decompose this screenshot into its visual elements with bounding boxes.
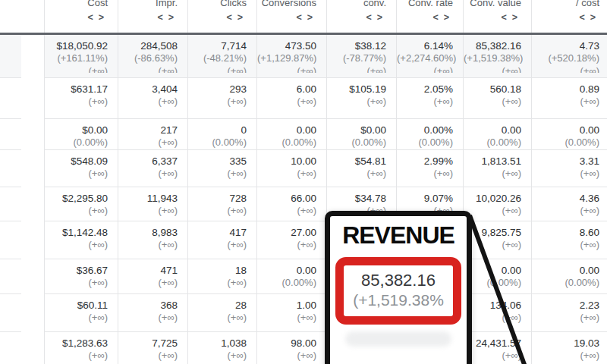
table-cell: $60.11(+∞) (44, 294, 118, 331)
metric-delta: (+∞) (45, 312, 108, 324)
metric-value: 1,813.51 (464, 155, 521, 168)
metric-delta: (+∞) (188, 312, 247, 324)
sort-next-icon[interactable]: > (307, 13, 313, 22)
metric-value: 6.14% (397, 39, 453, 52)
metric-value: $0.00 (45, 124, 108, 136)
sort-prev-icon[interactable]: < (366, 13, 371, 22)
metric-delta: (+1,519.38%) (464, 52, 521, 64)
sort-arrows: <> (257, 13, 316, 22)
table-cell: 3,404(+∞) (118, 78, 187, 118)
metric-value: $38.12 (327, 39, 386, 52)
table-cell: 417(+∞) (187, 221, 256, 259)
table-cell: 9,825.75(+∞) (463, 221, 531, 259)
metric-value: 368 (118, 299, 178, 312)
clipped-next-line: (+∞) (257, 66, 316, 73)
sort-prev-icon[interactable]: < (157, 13, 162, 22)
table-row: $548.09(+∞)6,337(+∞)335(+∞)10.00(+∞)$54.… (0, 150, 607, 187)
sort-prev-icon[interactable]: < (296, 13, 301, 22)
clipped-next-line: (+∞) (45, 66, 108, 73)
metric-value: $60.11 (45, 299, 108, 312)
sort-next-icon[interactable]: > (168, 13, 174, 22)
sort-next-icon[interactable]: > (237, 13, 243, 22)
sort-next-icon[interactable]: > (99, 13, 104, 22)
column-header-clicks[interactable]: Clicks<> (187, 0, 256, 33)
metric-delta: (+161.11%) (45, 52, 108, 64)
column-header-conv-rate[interactable]: Conv. rate<> (396, 0, 463, 33)
metric-delta: (+∞) (257, 350, 316, 362)
table-body: $18,050.92(+161.11%)(+∞)284,508(-86.63%)… (0, 35, 607, 364)
column-label: Clicks (188, 0, 247, 9)
column-header-conv-value-per-cost[interactable]: / cost<> (531, 0, 607, 33)
sort-next-icon[interactable]: > (512, 13, 517, 22)
table-cell: 0.00(0.00%) (463, 259, 531, 293)
metric-delta: (+∞) (45, 277, 108, 289)
table-cell: 0.00(0.00%) (256, 119, 326, 149)
metric-value: $105.19 (327, 83, 386, 96)
metric-value: 10,020.26 (464, 192, 521, 205)
table-cell: 24,431.57(+∞) (463, 332, 531, 364)
table-cell: 368(+∞) (118, 294, 187, 331)
metric-value: 3.31 (532, 155, 599, 168)
metric-delta: (+∞) (45, 96, 108, 108)
metric-value: $0.00 (327, 124, 386, 136)
metric-delta: (+∞) (464, 239, 521, 251)
clipped-next-line: (+∞) (464, 66, 521, 73)
sort-prev-icon[interactable]: < (87, 13, 93, 22)
table-cell: 8,983(+∞) (118, 221, 187, 259)
table-cell: 293(+∞) (187, 78, 256, 118)
column-header-cost-per-conv[interactable]: conv.<> (326, 0, 396, 33)
metric-value: 134.06 (464, 299, 521, 312)
metric-value: $1,142.48 (45, 226, 108, 239)
column-label: Conv. rate (397, 0, 453, 9)
sort-next-icon[interactable]: > (590, 13, 596, 22)
column-header-cost[interactable]: Cost<> (44, 0, 118, 33)
column-label: Impr. (118, 0, 178, 9)
metric-value: 8,983 (118, 226, 178, 239)
table-row: $36.67(+∞)471(+∞)18(+∞)0.00(0.00%)0.00(0… (0, 259, 607, 294)
metric-value: 284,508 (118, 39, 178, 52)
metric-value: 9,825.75 (464, 226, 521, 239)
metric-delta: (+∞) (45, 168, 108, 180)
table-cell: 7,725(+∞) (118, 332, 187, 364)
table-cell: 66.00(+∞) (256, 187, 326, 221)
metric-delta: (+∞) (257, 239, 316, 251)
metric-value: 28 (188, 299, 247, 312)
metric-delta: (+∞) (118, 136, 178, 149)
column-header-impr[interactable]: Impr.<> (118, 0, 187, 33)
metric-delta: (0.00%) (45, 136, 108, 149)
metric-value: 9.07% (397, 192, 453, 205)
sort-prev-icon[interactable]: < (226, 13, 231, 22)
table-cell: 728(+∞) (187, 187, 256, 221)
metric-delta: (+∞) (45, 350, 108, 362)
metric-delta: (+∞) (532, 205, 599, 217)
table-cell: 473.50(+1,129.87%)(+∞) (256, 35, 326, 77)
sort-prev-icon[interactable]: < (432, 13, 438, 22)
table-cell: 6.00(+∞) (256, 78, 326, 118)
sort-prev-icon[interactable]: < (501, 13, 506, 22)
table-cell: 0.00(0.00%) (531, 119, 607, 149)
sort-prev-icon[interactable]: < (579, 13, 584, 22)
metric-value: 27.00 (257, 226, 316, 239)
column-label: conv. (327, 0, 386, 9)
metric-value: 7,725 (118, 337, 178, 350)
metric-value: 24,431.57 (464, 337, 521, 350)
table-row: $60.11(+∞)368(+∞)28(+∞)1.00(+∞)134.06(+∞… (0, 294, 607, 332)
sort-next-icon[interactable]: > (444, 13, 449, 22)
column-label: Conversions (257, 0, 316, 9)
table-cell: 98.00(+∞) (256, 332, 326, 364)
metric-value: $18,050.92 (45, 39, 108, 52)
metric-delta: (+∞) (257, 312, 316, 324)
metric-delta: (+∞) (257, 96, 316, 108)
metric-delta: (0.00%) (532, 136, 599, 149)
column-header-conversions[interactable]: Conversions<> (256, 0, 326, 33)
table-cell: 217(+∞) (118, 119, 187, 149)
table-cell: 3.31(+∞) (531, 150, 607, 187)
metric-delta: (+∞) (188, 277, 247, 289)
table-cell: 7,714(-48.21%)(+∞) (187, 35, 256, 77)
metric-delta: (+∞) (532, 312, 599, 324)
metric-delta: (+520.18%) (532, 52, 599, 64)
column-header-conv-value[interactable]: Conv. value<> (463, 0, 531, 33)
sort-next-icon[interactable]: > (377, 13, 382, 22)
metric-value: 0.00 (464, 124, 521, 136)
metric-value: $1,283.63 (45, 337, 108, 350)
